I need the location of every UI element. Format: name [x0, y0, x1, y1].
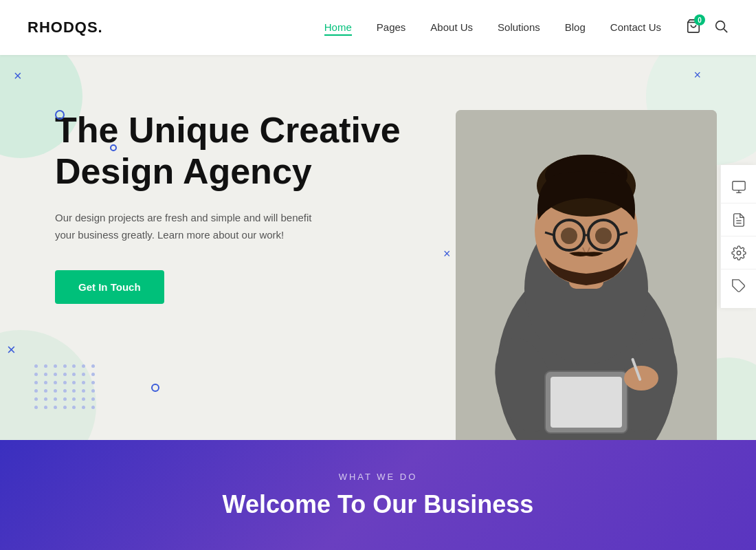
right-sidebar [720, 165, 756, 308]
deco-circle-bottom [151, 384, 159, 392]
cta-button[interactable]: Get In Touch [55, 270, 164, 304]
nav-item-pages[interactable]: Pages [377, 21, 406, 34]
nav-item-blog[interactable]: Blog [565, 21, 586, 34]
svg-point-15 [561, 228, 577, 244]
nav-item-contact[interactable]: Contact Us [610, 21, 661, 34]
svg-line-2 [724, 29, 727, 32]
nav-link-pages[interactable]: Pages [377, 21, 406, 33]
person-image [456, 110, 717, 440]
hero-right: × × [416, 55, 756, 440]
hero-left: × × The Unique Creative Design Agency Ou… [0, 55, 416, 440]
nav-link-contact[interactable]: Contact Us [610, 21, 661, 33]
cart-badge: 0 [694, 14, 705, 25]
nav-actions: 0 [686, 19, 729, 36]
hero-title: The Unique Creative Design Agency [55, 110, 416, 192]
nav-link-home[interactable]: Home [324, 21, 352, 36]
svg-rect-23 [732, 181, 744, 190]
sidebar-settings-icon[interactable] [721, 236, 757, 270]
hero-section: × × The Unique Creative Design Agency Ou… [0, 55, 756, 440]
bottom-label: WHAT WE DO [339, 472, 418, 482]
svg-point-1 [716, 21, 725, 30]
sidebar-document-icon[interactable] [721, 204, 757, 236]
logo[interactable]: RHODQS. [27, 19, 103, 36]
svg-point-16 [595, 228, 612, 244]
dot-grid-bottom-left: // Will be rendered by JS below [34, 364, 96, 419]
nav-link-blog[interactable]: Blog [565, 21, 586, 33]
nav-links: Home Pages About Us Solutions Blog Conta… [324, 21, 661, 34]
hero-description: Our design projects are fresh and simple… [55, 209, 323, 244]
deco-circle-left [55, 110, 65, 120]
nav-link-solutions[interactable]: Solutions [498, 21, 540, 33]
deco-x-mid: × [443, 248, 451, 260]
deco-x-bottom-left: × [7, 342, 16, 358]
deco-x-top-left: × [14, 69, 22, 82]
bottom-section: WHAT WE DO Welcome To Our Business [0, 440, 756, 550]
search-icon[interactable] [713, 19, 729, 36]
svg-rect-20 [551, 377, 622, 428]
svg-point-21 [624, 366, 658, 390]
nav-link-about[interactable]: About Us [430, 21, 473, 33]
sidebar-tag-icon[interactable] [721, 270, 757, 302]
navbar: RHODQS. Home Pages About Us Solutions Bl… [0, 0, 756, 55]
bottom-title: Welcome To Our Business [223, 490, 534, 519]
nav-item-about[interactable]: About Us [430, 21, 473, 34]
svg-point-28 [737, 251, 741, 255]
sidebar-monitor-icon[interactable] [721, 170, 757, 204]
nav-item-solutions[interactable]: Solutions [498, 21, 540, 34]
deco-circle-left2 [110, 144, 117, 151]
nav-item-home[interactable]: Home [324, 21, 352, 34]
deco-x-top-right: × [693, 69, 701, 81]
cart-icon[interactable]: 0 [686, 19, 701, 36]
